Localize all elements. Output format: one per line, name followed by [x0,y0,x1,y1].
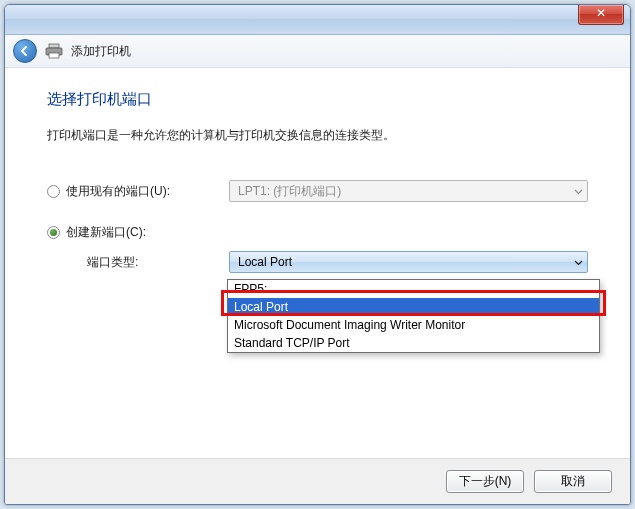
dropdown-option[interactable]: Standard TCP/IP Port [228,334,599,352]
page-title: 选择打印机端口 [47,90,588,109]
existing-port-row: 使用现有的端口(U): LPT1: (打印机端口) [47,180,588,202]
chevron-down-icon [574,258,583,267]
svg-rect-0 [49,44,59,48]
create-new-port-label: 创建新端口(C): [66,224,146,241]
port-type-select[interactable]: Local Port [229,251,588,273]
radio-icon [47,185,60,198]
port-type-selected: Local Port [238,255,292,269]
add-printer-dialog: ✕ 添加打印机 选择打印机端口 打印机端口是一种允许您的计算机与打印机交换信息的… [4,4,631,505]
arrow-left-icon [19,45,31,57]
radio-icon [47,226,60,239]
create-new-port-radio[interactable]: 创建新端口(C): [47,224,229,241]
content-area: 选择打印机端口 打印机端口是一种允许您的计算机与打印机交换信息的连接类型。 使用… [5,68,630,458]
back-button[interactable] [13,39,37,63]
svg-rect-2 [49,53,59,58]
dropdown-option[interactable]: FPP5: [228,280,599,298]
close-button[interactable]: ✕ [578,5,624,25]
use-existing-port-label: 使用现有的端口(U): [66,183,170,200]
chevron-down-icon [574,187,583,196]
titlebar[interactable]: ✕ [5,5,630,35]
new-port-row: 创建新端口(C): [47,224,588,241]
cancel-button[interactable]: 取消 [534,470,612,493]
header-title: 添加打印机 [71,43,131,60]
printer-icon [45,43,63,59]
port-type-dropdown: FPP5:Local PortMicrosoft Document Imagin… [227,279,600,353]
description-text: 打印机端口是一种允许您的计算机与打印机交换信息的连接类型。 [47,127,588,144]
dropdown-option[interactable]: Local Port [228,298,599,316]
dropdown-option[interactable]: Microsoft Document Imaging Writer Monito… [228,316,599,334]
existing-port-value: LPT1: (打印机端口) [238,183,341,200]
port-type-row: 端口类型: Local Port [47,251,588,273]
use-existing-port-radio[interactable]: 使用现有的端口(U): [47,183,229,200]
existing-port-select: LPT1: (打印机端口) [229,180,588,202]
port-type-label: 端口类型: [47,254,229,271]
footer-bar: 下一步(N) 取消 [5,458,630,504]
header-bar: 添加打印机 [5,35,630,68]
next-button[interactable]: 下一步(N) [446,470,524,493]
